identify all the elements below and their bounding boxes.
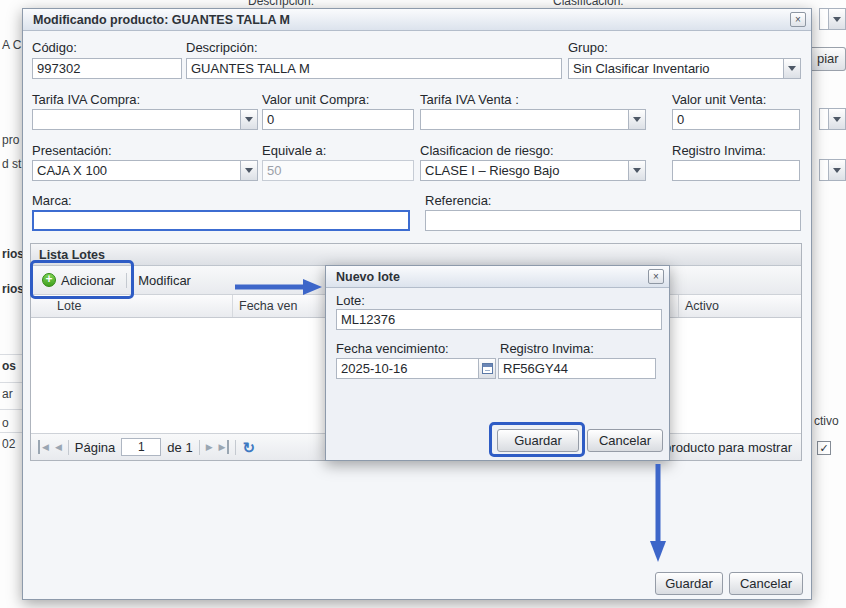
- adicionar-button[interactable]: + Adicionar: [38, 271, 119, 290]
- valor-unit-venta-input[interactable]: [672, 109, 800, 130]
- prev-page-icon[interactable]: ◀: [55, 440, 62, 454]
- marca-label: Marca:: [32, 193, 72, 208]
- bg-divider: [0, 409, 22, 410]
- cancelar-lote-button[interactable]: Cancelar: [587, 429, 663, 452]
- chevron-down-icon[interactable]: [828, 9, 845, 29]
- bg-combo-trigger[interactable]: [819, 108, 846, 130]
- pagina-label: Página: [75, 440, 115, 455]
- tarifa-iva-compra-value: [33, 110, 240, 129]
- valor-unit-compra-input[interactable]: [262, 109, 414, 130]
- descripcion-label: Descripción:: [186, 40, 258, 55]
- paging-separator: [68, 440, 69, 455]
- first-page-icon[interactable]: ◀: [38, 440, 49, 454]
- grupo-select[interactable]: Sin Clasificar Inventario: [568, 58, 801, 79]
- refresh-icon[interactable]: ↻: [242, 440, 255, 455]
- clasificacion-riesgo-value: CLASE I – Riesgo Bajo: [421, 161, 628, 180]
- paging-separator: [235, 440, 236, 455]
- descripcion-input[interactable]: [186, 58, 562, 79]
- chevron-down-icon[interactable]: [828, 160, 845, 180]
- bg-combo-field: [820, 160, 828, 180]
- bg-divider: [0, 354, 22, 355]
- page-number-input[interactable]: [121, 438, 161, 456]
- nuevo-lote-title: Nuevo lote: [336, 270, 400, 284]
- chevron-down-icon[interactable]: [783, 59, 800, 78]
- add-icon: +: [42, 273, 56, 287]
- fecha-vencimiento-label: Fecha vencimiento:: [336, 341, 449, 356]
- chevron-down-icon[interactable]: [628, 110, 645, 129]
- codigo-input[interactable]: [32, 58, 182, 79]
- referencia-label: Referencia:: [425, 193, 491, 208]
- lote-input[interactable]: [336, 309, 662, 330]
- registro-invima-lote-input[interactable]: [498, 358, 656, 379]
- bg-combo-trigger[interactable]: [819, 8, 846, 30]
- registro-invima-input[interactable]: [672, 160, 800, 181]
- valor-unit-venta-label: Valor unit Venta:: [672, 92, 766, 107]
- close-icon[interactable]: ×: [790, 12, 806, 27]
- calendar-icon[interactable]: [478, 359, 495, 378]
- referencia-input[interactable]: [425, 210, 801, 231]
- column-header-activo[interactable]: Activo: [679, 295, 801, 317]
- nuevo-lote-window: Nuevo lote × Lote: Fecha vencimiento: Re…: [325, 265, 670, 461]
- lote-label: Lote:: [336, 293, 365, 308]
- fecha-vencimiento-value: 2025-10-16: [337, 359, 478, 378]
- tarifa-iva-venta-select[interactable]: [420, 109, 646, 130]
- equivale-a-input: [262, 160, 414, 181]
- presentacion-value: CAJA X 100: [33, 161, 240, 180]
- bg-label-descripcion: Descripción:: [248, 0, 314, 8]
- chevron-down-icon[interactable]: [628, 161, 645, 180]
- clasificacion-riesgo-select[interactable]: CLASE I – Riesgo Bajo: [420, 160, 646, 181]
- fecha-vencimiento-datefield[interactable]: 2025-10-16: [336, 358, 496, 379]
- tarifa-iva-compra-select[interactable]: [32, 109, 258, 130]
- tarifa-iva-venta-label: Tarifa IVA Venta :: [420, 92, 519, 107]
- modificar-button[interactable]: Modificar: [134, 271, 195, 290]
- clasificacion-riesgo-label: Clasificacion de riesgo:: [420, 143, 554, 158]
- bg-combo-field: [820, 9, 828, 29]
- guardar-button[interactable]: Guardar: [655, 572, 723, 595]
- adicionar-label: Adicionar: [61, 273, 115, 288]
- paging-separator: [199, 440, 200, 455]
- nuevo-lote-titlebar[interactable]: Nuevo lote ×: [326, 266, 669, 288]
- presentacion-select[interactable]: CAJA X 100: [32, 160, 258, 181]
- valor-unit-compra-label: Valor unit Compra:: [262, 92, 369, 107]
- bg-label-clasificacion: Clasificación:: [553, 0, 624, 8]
- modificar-label: Modificar: [138, 273, 191, 288]
- close-icon[interactable]: ×: [648, 269, 664, 284]
- bg-label-activo: ctivo: [814, 414, 839, 428]
- cancelar-button[interactable]: Cancelar: [729, 572, 803, 595]
- bg-combo-trigger[interactable]: [819, 159, 846, 181]
- bg-fragment: os: [2, 359, 16, 373]
- bg-button-partial[interactable]: piar: [812, 47, 846, 71]
- registro-invima-lote-label: Registro Invima:: [500, 341, 594, 356]
- marca-input[interactable]: [32, 210, 410, 231]
- grid-empty-text: producto para mostrar: [664, 440, 794, 455]
- bg-combo-field: [820, 109, 828, 129]
- chevron-down-icon[interactable]: [828, 109, 845, 129]
- toolbar-separator: [126, 273, 127, 288]
- tarifa-iva-compra-label: Tarifa IVA Compra:: [32, 92, 140, 107]
- page-count-label: de 1: [167, 440, 192, 455]
- codigo-label: Código:: [32, 40, 77, 55]
- bg-fragment: ar: [2, 387, 13, 401]
- screen: Descripción: Clasificación: A C pro d st…: [0, 0, 846, 608]
- bg-fragment: rios: [2, 282, 24, 296]
- column-header-lote[interactable]: Lote: [31, 295, 233, 317]
- bg-fragment: d st: [2, 157, 21, 171]
- guardar-lote-button[interactable]: Guardar: [497, 429, 579, 452]
- last-page-icon[interactable]: ▶: [219, 440, 230, 454]
- chevron-down-icon[interactable]: [240, 110, 257, 129]
- grupo-value: Sin Clasificar Inventario: [569, 59, 783, 78]
- grupo-label: Grupo:: [568, 40, 608, 55]
- registro-invima-label: Registro Invima:: [672, 143, 766, 158]
- bg-fragment: A C: [2, 38, 21, 52]
- bg-fragment: pro: [2, 133, 19, 147]
- window-titlebar[interactable]: Modificando producto: GUANTES TALLA M ×: [23, 9, 811, 31]
- chevron-down-icon[interactable]: [240, 161, 257, 180]
- bg-fragment: o: [2, 416, 9, 430]
- next-page-icon[interactable]: ▶: [206, 440, 213, 454]
- bg-fragment: rios: [2, 247, 24, 261]
- presentacion-label: Presentación:: [32, 143, 112, 158]
- bg-divider: [0, 432, 22, 433]
- lista-lotes-title: Lista Lotes: [31, 244, 801, 266]
- bg-fragment: 02: [2, 437, 15, 451]
- bg-activo-checkbox[interactable]: ✓: [817, 441, 831, 455]
